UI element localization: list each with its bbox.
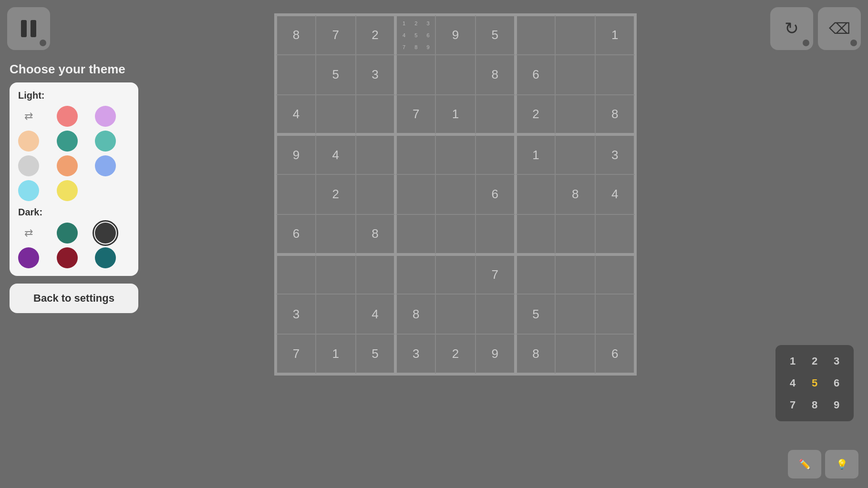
cell-8-2[interactable]: 5 bbox=[356, 334, 396, 374]
cell-8-1[interactable]: 1 bbox=[316, 334, 356, 374]
cell-2-2[interactable] bbox=[356, 95, 396, 135]
cell-0-0[interactable]: 8 bbox=[276, 15, 316, 55]
cell-8-6[interactable]: 8 bbox=[516, 334, 556, 374]
numpad-6[interactable]: 6 bbox=[827, 374, 846, 393]
cell-4-7[interactable]: 8 bbox=[555, 174, 595, 214]
numpad-2[interactable]: 2 bbox=[805, 352, 824, 371]
cell-3-6[interactable]: 1 bbox=[516, 134, 556, 174]
cell-3-8[interactable]: 3 bbox=[595, 134, 635, 174]
cell-4-3[interactable] bbox=[395, 174, 435, 214]
cell-6-4[interactable] bbox=[435, 254, 475, 295]
cell-8-8[interactable]: 6 bbox=[595, 334, 635, 374]
cell-6-1[interactable] bbox=[316, 254, 356, 295]
cell-0-1[interactable]: 7 bbox=[316, 15, 356, 55]
cell-1-7[interactable] bbox=[555, 55, 595, 95]
cell-1-0[interactable] bbox=[276, 55, 316, 95]
numpad-1[interactable]: 1 bbox=[783, 352, 802, 371]
cell-0-5[interactable]: 5 bbox=[475, 15, 516, 55]
color-salmon[interactable] bbox=[57, 155, 78, 176]
cell-4-6[interactable] bbox=[516, 174, 556, 214]
cell-1-8[interactable] bbox=[595, 55, 635, 95]
color-pink[interactable] bbox=[57, 106, 78, 127]
cell-1-6[interactable]: 6 bbox=[516, 55, 556, 95]
cell-2-6[interactable]: 2 bbox=[516, 95, 556, 135]
color-dark-teal2[interactable] bbox=[95, 247, 116, 268]
cell-2-5[interactable] bbox=[475, 95, 516, 135]
back-to-settings-button[interactable]: Back to settings bbox=[10, 284, 138, 313]
color-teal[interactable] bbox=[57, 131, 78, 152]
cell-7-7[interactable] bbox=[555, 294, 595, 334]
cell-6-5[interactable]: 7 bbox=[475, 254, 516, 295]
cell-1-4[interactable] bbox=[435, 55, 475, 95]
color-dark-red[interactable] bbox=[57, 247, 78, 268]
cell-7-8[interactable] bbox=[595, 294, 635, 334]
undo-button[interactable]: ↺ bbox=[770, 7, 813, 50]
cell-8-5[interactable]: 9 bbox=[475, 334, 516, 374]
hint-button[interactable]: 💡 bbox=[825, 450, 858, 478]
color-light-gray[interactable] bbox=[18, 155, 39, 176]
cell-1-1[interactable]: 5 bbox=[316, 55, 356, 95]
cell-1-3[interactable] bbox=[395, 55, 435, 95]
cell-4-1[interactable]: 2 bbox=[316, 174, 356, 214]
cell-8-0[interactable]: 7 bbox=[276, 334, 316, 374]
cell-6-3[interactable] bbox=[395, 254, 435, 295]
cell-6-7[interactable] bbox=[555, 254, 595, 295]
color-dark-teal[interactable] bbox=[57, 223, 78, 244]
cell-6-6[interactable] bbox=[516, 254, 556, 295]
cell-4-4[interactable] bbox=[435, 174, 475, 214]
cell-0-7[interactable] bbox=[555, 15, 595, 55]
cell-0-3[interactable]: 123456789 bbox=[395, 15, 435, 55]
cell-4-8[interactable]: 4 bbox=[595, 174, 635, 214]
notes-button[interactable]: ✏️ bbox=[788, 450, 821, 478]
cell-2-1[interactable] bbox=[316, 95, 356, 135]
cell-5-4[interactable] bbox=[435, 214, 475, 254]
cell-1-5[interactable]: 8 bbox=[475, 55, 516, 95]
cell-3-0[interactable]: 9 bbox=[276, 134, 316, 174]
numpad-7[interactable]: 7 bbox=[783, 396, 802, 415]
color-lavender[interactable] bbox=[95, 106, 116, 127]
cell-7-5[interactable] bbox=[475, 294, 516, 334]
cell-5-8[interactable] bbox=[595, 214, 635, 254]
erase-button[interactable]: ⌫ bbox=[818, 7, 861, 50]
cell-4-5[interactable]: 6 bbox=[475, 174, 516, 214]
cell-7-4[interactable] bbox=[435, 294, 475, 334]
color-peach[interactable] bbox=[18, 131, 39, 152]
cell-4-2[interactable] bbox=[356, 174, 396, 214]
cell-3-7[interactable] bbox=[555, 134, 595, 174]
cell-8-4[interactable]: 2 bbox=[435, 334, 475, 374]
color-cyan-teal[interactable] bbox=[95, 131, 116, 152]
color-blue[interactable] bbox=[95, 155, 116, 176]
cell-2-4[interactable]: 1 bbox=[435, 95, 475, 135]
cell-2-3[interactable]: 7 bbox=[395, 95, 435, 135]
numpad-5[interactable]: 5 bbox=[805, 374, 824, 393]
color-purple[interactable] bbox=[18, 247, 39, 268]
cell-6-2[interactable] bbox=[356, 254, 396, 295]
cell-0-8[interactable]: 1 bbox=[595, 15, 635, 55]
cell-7-6[interactable]: 5 bbox=[516, 294, 556, 334]
cell-0-6[interactable] bbox=[516, 15, 556, 55]
pause-button[interactable] bbox=[7, 7, 50, 50]
cell-6-8[interactable] bbox=[595, 254, 635, 295]
cell-0-2[interactable]: 2 bbox=[356, 15, 396, 55]
cell-3-4[interactable] bbox=[435, 134, 475, 174]
cell-3-1[interactable]: 4 bbox=[316, 134, 356, 174]
cell-5-5[interactable] bbox=[475, 214, 516, 254]
numpad-8[interactable]: 8 bbox=[805, 396, 824, 415]
cell-0-4[interactable]: 9 bbox=[435, 15, 475, 55]
color-dark-gray[interactable] bbox=[95, 223, 116, 244]
cell-8-3[interactable]: 3 bbox=[395, 334, 435, 374]
cell-1-2[interactable]: 3 bbox=[356, 55, 396, 95]
cell-5-1[interactable] bbox=[316, 214, 356, 254]
cell-2-7[interactable] bbox=[555, 95, 595, 135]
cell-5-2[interactable]: 8 bbox=[356, 214, 396, 254]
shuffle-light-button[interactable]: ⇄ bbox=[18, 106, 39, 127]
cell-7-0[interactable]: 3 bbox=[276, 294, 316, 334]
shuffle-dark-button[interactable]: ⇄ bbox=[18, 223, 39, 244]
cell-5-6[interactable] bbox=[516, 214, 556, 254]
cell-7-1[interactable] bbox=[316, 294, 356, 334]
cell-3-2[interactable] bbox=[356, 134, 396, 174]
numpad-9[interactable]: 9 bbox=[827, 396, 846, 415]
numpad-4[interactable]: 4 bbox=[783, 374, 802, 393]
cell-5-0[interactable]: 6 bbox=[276, 214, 316, 254]
cell-2-0[interactable]: 4 bbox=[276, 95, 316, 135]
